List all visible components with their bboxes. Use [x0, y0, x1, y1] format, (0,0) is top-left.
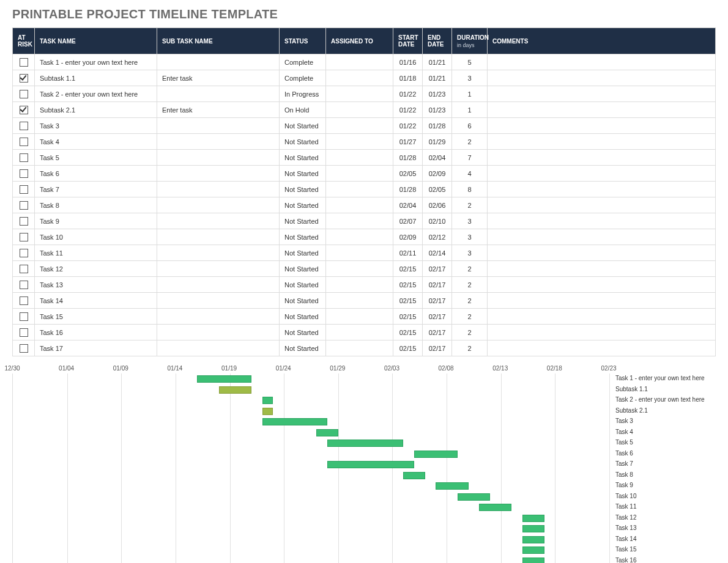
checkbox-icon[interactable]: [20, 106, 28, 114]
start-date-cell[interactable]: 02/15: [393, 293, 423, 309]
sub-task-cell[interactable]: [157, 118, 280, 134]
start-date-cell[interactable]: 02/04: [393, 197, 423, 213]
status-cell[interactable]: Not Started: [280, 261, 326, 277]
end-date-cell[interactable]: 01/23: [423, 86, 452, 102]
comments-cell[interactable]: [488, 166, 716, 182]
sub-task-cell[interactable]: Enter task: [157, 70, 280, 86]
risk-cell[interactable]: [13, 134, 35, 150]
comments-cell[interactable]: [488, 293, 716, 309]
assigned-cell[interactable]: [326, 86, 393, 102]
task-name-cell[interactable]: Task 2 - enter your own text here: [35, 86, 157, 102]
task-name-cell[interactable]: Task 10: [35, 229, 157, 245]
checkbox-icon[interactable]: [20, 153, 28, 162]
sub-task-cell[interactable]: [157, 277, 280, 293]
task-name-cell[interactable]: Task 17: [35, 340, 157, 356]
task-name-cell[interactable]: Task 5: [35, 150, 157, 166]
comments-cell[interactable]: [488, 325, 716, 340]
comments-cell[interactable]: [488, 277, 716, 293]
status-cell[interactable]: Not Started: [280, 134, 326, 150]
assigned-cell[interactable]: [326, 197, 393, 213]
end-date-cell[interactable]: 02/12: [423, 229, 452, 245]
sub-task-cell[interactable]: [157, 340, 280, 356]
start-date-cell[interactable]: 02/07: [393, 213, 423, 229]
comments-cell[interactable]: [488, 340, 716, 356]
start-date-cell[interactable]: 01/22: [393, 86, 423, 102]
task-name-cell[interactable]: Task 1 - enter your own text here: [35, 54, 157, 70]
assigned-cell[interactable]: [326, 261, 393, 277]
status-cell[interactable]: Not Started: [280, 309, 326, 325]
end-date-cell[interactable]: 02/04: [423, 150, 452, 166]
sub-task-cell[interactable]: [157, 197, 280, 213]
checkbox-icon[interactable]: [20, 138, 28, 146]
sub-task-cell[interactable]: [157, 213, 280, 229]
sub-task-cell[interactable]: [157, 86, 280, 102]
risk-cell[interactable]: [13, 102, 35, 118]
assigned-cell[interactable]: [326, 309, 393, 325]
assigned-cell[interactable]: [326, 245, 393, 261]
end-date-cell[interactable]: 02/06: [423, 197, 452, 213]
comments-cell[interactable]: [488, 134, 716, 150]
checkbox-icon[interactable]: [20, 217, 28, 226]
risk-cell[interactable]: [13, 229, 35, 245]
assigned-cell[interactable]: [326, 277, 393, 293]
risk-cell[interactable]: [13, 70, 35, 86]
status-cell[interactable]: Not Started: [280, 293, 326, 309]
status-cell[interactable]: Not Started: [280, 229, 326, 245]
comments-cell[interactable]: [488, 118, 716, 134]
risk-cell[interactable]: [13, 182, 35, 197]
sub-task-cell[interactable]: Enter task: [157, 102, 280, 118]
assigned-cell[interactable]: [326, 325, 393, 340]
assigned-cell[interactable]: [326, 229, 393, 245]
comments-cell[interactable]: [488, 197, 716, 213]
task-name-cell[interactable]: Task 8: [35, 197, 157, 213]
checkbox-icon[interactable]: [20, 296, 28, 305]
task-name-cell[interactable]: Subtask 2.1: [35, 102, 157, 118]
assigned-cell[interactable]: [326, 166, 393, 182]
start-date-cell[interactable]: 02/15: [393, 261, 423, 277]
task-name-cell[interactable]: Task 15: [35, 309, 157, 325]
sub-task-cell[interactable]: [157, 54, 280, 70]
checkbox-icon[interactable]: [20, 201, 28, 210]
start-date-cell[interactable]: 02/05: [393, 166, 423, 182]
start-date-cell[interactable]: 02/09: [393, 229, 423, 245]
risk-cell[interactable]: [13, 325, 35, 340]
comments-cell[interactable]: [488, 213, 716, 229]
end-date-cell[interactable]: 02/17: [423, 340, 452, 356]
status-cell[interactable]: Complete: [280, 54, 326, 70]
status-cell[interactable]: Not Started: [280, 245, 326, 261]
status-cell[interactable]: Not Started: [280, 182, 326, 197]
status-cell[interactable]: Not Started: [280, 166, 326, 182]
comments-cell[interactable]: [488, 229, 716, 245]
task-name-cell[interactable]: Task 16: [35, 325, 157, 340]
checkbox-icon[interactable]: [20, 233, 28, 241]
end-date-cell[interactable]: 01/23: [423, 102, 452, 118]
assigned-cell[interactable]: [326, 182, 393, 197]
assigned-cell[interactable]: [326, 70, 393, 86]
comments-cell[interactable]: [488, 70, 716, 86]
checkbox-icon[interactable]: [20, 265, 28, 273]
comments-cell[interactable]: [488, 54, 716, 70]
task-name-cell[interactable]: Task 3: [35, 118, 157, 134]
start-date-cell[interactable]: 02/15: [393, 340, 423, 356]
start-date-cell[interactable]: 01/28: [393, 182, 423, 197]
comments-cell[interactable]: [488, 309, 716, 325]
sub-task-cell[interactable]: [157, 309, 280, 325]
sub-task-cell[interactable]: [157, 261, 280, 277]
comments-cell[interactable]: [488, 261, 716, 277]
assigned-cell[interactable]: [326, 54, 393, 70]
start-date-cell[interactable]: 02/15: [393, 325, 423, 340]
start-date-cell[interactable]: 02/15: [393, 277, 423, 293]
end-date-cell[interactable]: 02/17: [423, 309, 452, 325]
task-name-cell[interactable]: Subtask 1.1: [35, 70, 157, 86]
checkbox-icon[interactable]: [20, 90, 28, 98]
checkbox-icon[interactable]: [20, 58, 28, 67]
end-date-cell[interactable]: 02/17: [423, 293, 452, 309]
end-date-cell[interactable]: 01/21: [423, 70, 452, 86]
task-name-cell[interactable]: Task 14: [35, 293, 157, 309]
start-date-cell[interactable]: 01/16: [393, 54, 423, 70]
task-name-cell[interactable]: Task 7: [35, 182, 157, 197]
risk-cell[interactable]: [13, 118, 35, 134]
comments-cell[interactable]: [488, 182, 716, 197]
risk-cell[interactable]: [13, 197, 35, 213]
comments-cell[interactable]: [488, 245, 716, 261]
